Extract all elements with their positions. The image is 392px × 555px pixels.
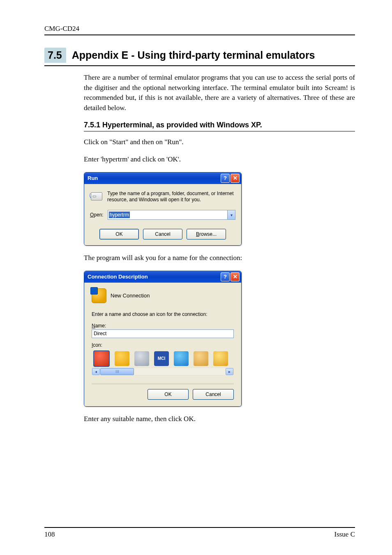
name-label: Name: xyxy=(92,323,234,329)
body-line-3: The program will ask you for a name for … xyxy=(84,253,355,263)
new-connection-label: New Connection xyxy=(111,292,150,299)
header-rule xyxy=(44,35,355,35)
body-line-2: Enter 'hypertrm' and click on 'OK'. xyxy=(84,154,355,165)
conn-prompt: Enter a name and choose an icon for the … xyxy=(92,311,234,317)
new-connection-icon xyxy=(92,288,106,303)
section-intro: There are a number of terminal emulator … xyxy=(84,73,355,113)
issue-label: Issue C xyxy=(334,530,355,539)
section-rule xyxy=(44,65,355,66)
close-button[interactable]: ✕ xyxy=(231,272,240,281)
icon-option-globe[interactable] xyxy=(115,351,129,366)
help-button[interactable]: ? xyxy=(221,174,230,183)
ok-button[interactable]: OK xyxy=(99,229,139,240)
subsection-rule xyxy=(84,131,355,131)
cancel-button[interactable]: Cancel xyxy=(193,389,234,400)
name-input[interactable] xyxy=(92,329,234,338)
icon-picker[interactable]: MCI ◂ ▸ xyxy=(92,349,234,375)
run-title: Run xyxy=(88,175,98,181)
cancel-button[interactable]: Cancel xyxy=(143,229,182,240)
scroll-left-button[interactable]: ◂ xyxy=(92,368,100,375)
section-number: 7.5 xyxy=(44,48,66,63)
open-label: Open: xyxy=(90,212,104,218)
body-line-4: Enter any suitable name, then click OK. xyxy=(84,414,355,424)
connection-description-dialog: Connection Description ? ✕ New Connectio… xyxy=(84,271,242,407)
scroll-right-button[interactable]: ▸ xyxy=(226,368,233,375)
browse-button[interactable]: Browse... xyxy=(187,229,226,240)
subsection-number: 7.5.1 xyxy=(84,121,100,129)
icon-scrollbar[interactable]: ◂ ▸ xyxy=(92,368,234,375)
body-line-1: Click on "Start" and then on "Run". xyxy=(84,137,355,147)
ok-button[interactable]: OK xyxy=(148,389,189,400)
run-explanation: Type the name of a program, folder, docu… xyxy=(107,191,235,203)
icon-option-atom[interactable] xyxy=(93,350,110,367)
page-number: 108 xyxy=(44,530,55,539)
icon-option-monitor[interactable] xyxy=(194,351,208,366)
close-button[interactable]: ✕ xyxy=(231,174,240,183)
running-header: CMG-CD24 xyxy=(44,25,355,33)
page-footer: 108 Issue C xyxy=(44,527,355,539)
icon-option-gears[interactable] xyxy=(174,351,189,366)
chevron-down-icon[interactable]: ▾ xyxy=(227,210,235,219)
subsection-heading: 7.5.1 Hyperterminal, as provided with Wi… xyxy=(84,121,355,129)
conn-title: Connection Description xyxy=(88,274,148,280)
open-value: hypertrm xyxy=(109,212,130,218)
dialog-divider xyxy=(92,384,234,384)
icon-option-mci[interactable]: MCI xyxy=(154,351,169,366)
scroll-thumb[interactable] xyxy=(100,368,134,375)
subsection-title: Hyperterminal, as provided with Windows … xyxy=(102,121,262,129)
run-icon: ▭ xyxy=(90,191,103,202)
icon-option-building[interactable] xyxy=(134,351,149,366)
open-combobox[interactable]: hypertrm ▾ xyxy=(108,210,235,220)
run-titlebar[interactable]: Run ? ✕ xyxy=(84,173,241,184)
section-title: Appendix E - Using third-party terminal … xyxy=(72,49,315,63)
help-button[interactable]: ? xyxy=(221,272,230,281)
run-dialog: Run ? ✕ ▭ Type the name of a program, fo… xyxy=(84,172,242,246)
footer-rule xyxy=(44,527,355,528)
section-heading: 7.5 Appendix E - Using third-party termi… xyxy=(44,48,355,63)
icon-option-bulb[interactable] xyxy=(213,351,228,366)
icon-label: Icon: xyxy=(92,342,234,348)
conn-titlebar[interactable]: Connection Description ? ✕ xyxy=(84,271,241,283)
